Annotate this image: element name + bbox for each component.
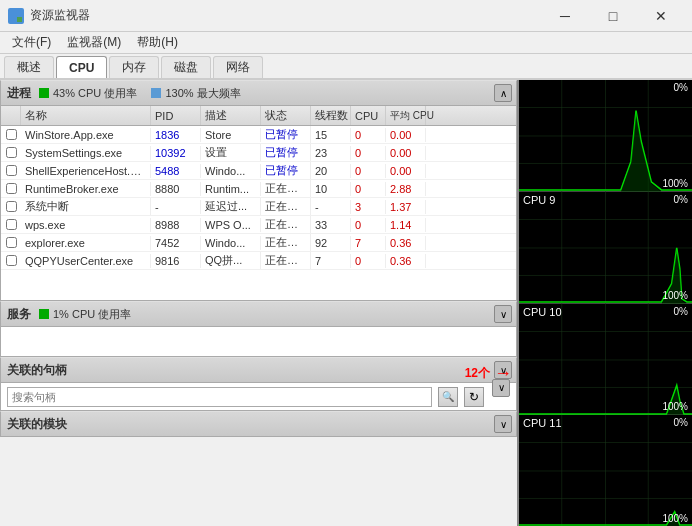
table-row[interactable]: 系统中断 - 延迟过... 正在运行 - 3 1.37 [1,198,516,216]
right-panel: 0% 100% CPU 9 0% [517,80,692,526]
row-pid-0: 1836 [151,128,201,142]
cpu-graph-canvas-3: CPU 11 0% 100% [519,415,692,526]
tab-network[interactable]: 网络 [213,56,263,78]
services-cpu-info: 1% CPU 使用率 [39,307,131,322]
row-checkbox-7[interactable] [1,255,21,266]
row-checkbox-2[interactable] [1,165,21,176]
row-checkbox-1[interactable] [1,147,21,158]
row-threads-5: 33 [311,218,351,232]
row-status-2: 已暂停 [261,162,311,179]
handles-section: 关联的句柄 ∨ 🔍 ↻ ∨ [0,357,517,411]
table-row[interactable]: WinStore.App.exe 1836 Store 已暂停 15 0 0.0… [1,126,516,144]
process-section-header: 进程 43% CPU 使用率 130% 最大频率 ∧ [0,80,517,106]
col-header-avg[interactable]: 平均 CPU [386,106,426,125]
row-status-1: 已暂停 [261,144,311,161]
menu-file[interactable]: 文件(F) [4,32,59,53]
modules-collapse-btn[interactable]: ∨ [494,415,512,433]
close-button[interactable]: ✕ [638,0,684,32]
col-header-name[interactable]: 名称 [21,106,151,125]
tab-memory[interactable]: 内存 [109,56,159,78]
table-row[interactable]: QQPYUserCenter.exe 9816 QQ拼... 正在运行 7 0 … [1,252,516,270]
row-name-0: WinStore.App.exe [21,128,151,142]
title-bar: 资源监视器 ─ □ ✕ [0,0,692,32]
row-status-6: 正在运行 [261,234,311,251]
modules-title: 关联的模块 [7,416,67,433]
tab-disk[interactable]: 磁盘 [161,56,211,78]
svg-rect-2 [10,17,15,22]
row-avg-0: 0.00 [386,128,426,142]
row-name-3: RuntimeBroker.exe [21,182,151,196]
col-header-pid[interactable]: PID [151,106,201,125]
services-collapse-btn[interactable]: ∨ [494,305,512,323]
row-pid-3: 8880 [151,182,201,196]
maximize-button[interactable]: □ [590,0,636,32]
row-checkbox-4[interactable] [1,201,21,212]
handles-refresh-button[interactable]: ↻ [464,387,484,407]
max-freq-text: 130% 最大频率 [165,86,240,101]
row-avg-6: 0.36 [386,236,426,250]
cpu-graph-2: CPU 10 0% 100% [519,304,692,416]
col-header-status[interactable]: 状态 [261,106,311,125]
table-row[interactable]: RuntimeBroker.exe 8880 Runtim... 正在运行 10… [1,180,516,198]
row-checkbox-3[interactable] [1,183,21,194]
row-checkbox-0[interactable] [1,129,21,140]
tab-cpu[interactable]: CPU [56,56,107,78]
annotation-text: 12个 [465,365,490,382]
services-section: 服务 1% CPU 使用率 ∨ [0,301,517,357]
table-row[interactable]: ShellExperienceHost.exe 5488 Windo... 已暂… [1,162,516,180]
svg-rect-3 [17,17,22,22]
tab-overview[interactable]: 概述 [4,56,54,78]
row-desc-3: Runtim... [201,182,261,196]
row-desc-0: Store [201,128,261,142]
handles-section-header: 关联的句柄 ∨ [0,357,517,383]
table-row[interactable]: SystemSettings.exe 10392 设置 已暂停 23 0 0.0… [1,144,516,162]
col-header-threads[interactable]: 线程数 [311,106,351,125]
services-cpu-usage: 1% CPU 使用率 [53,307,131,322]
process-collapse-btn[interactable]: ∧ [494,84,512,102]
process-table[interactable]: 名称 PID 描述 状态 线程数 CPU 平均 CPU WinStore.App… [0,106,517,301]
minimize-button[interactable]: ─ [542,0,588,32]
row-cpu-6: 7 [351,236,386,250]
col-header-cpu[interactable]: CPU [351,106,386,125]
handles-content: 🔍 ↻ ∨ [0,383,517,411]
row-cpu-0: 0 [351,128,386,142]
row-avg-7: 0.36 [386,254,426,268]
handles-search-button[interactable]: 🔍 [438,387,458,407]
row-cpu-5: 0 [351,218,386,232]
menu-help[interactable]: 帮助(H) [129,32,186,53]
left-panel: 进程 43% CPU 使用率 130% 最大频率 ∧ 名称 PID 描述 状态 [0,80,517,526]
cpu-3-pct-top: 0% [674,417,688,428]
row-pid-6: 7452 [151,236,201,250]
row-avg-4: 1.37 [386,200,426,214]
svg-rect-1 [17,10,22,15]
cpu-0-grid [519,80,692,192]
services-title: 服务 [7,306,31,323]
handles-search-input[interactable] [7,387,432,407]
cpu-1-pct-top: 0% [674,194,688,205]
menu-bar: 文件(F) 监视器(M) 帮助(H) [0,32,692,54]
col-header-check[interactable] [1,106,21,125]
services-cpu-indicator [39,309,49,319]
menu-monitor[interactable]: 监视器(M) [59,32,129,53]
cpu-3-label: CPU 11 [523,417,562,429]
cpu-usage-text: 43% CPU 使用率 [53,86,137,101]
cpu-3-grid [519,415,692,526]
svg-rect-0 [10,10,15,15]
cpu-graph-0: 0% 100% [519,80,692,192]
cpu-graph-canvas-2: CPU 10 0% 100% [519,304,692,415]
col-header-desc[interactable]: 描述 [201,106,261,125]
modules-section-header: 关联的模块 ∨ [0,411,517,437]
row-desc-6: Windo... [201,236,261,250]
cpu-graph-canvas-0: 0% 100% [519,80,692,191]
services-section-header: 服务 1% CPU 使用率 ∨ [0,301,517,327]
row-threads-7: 7 [311,254,351,268]
cpu-indicator [39,88,49,98]
table-row[interactable]: wps.exe 8988 WPS O... 正在运行 33 0 1.14 [1,216,516,234]
table-row[interactable]: explorer.exe 7452 Windo... 正在运行 92 7 0.3… [1,234,516,252]
row-desc-5: WPS O... [201,218,261,232]
process-cpu-info: 43% CPU 使用率 130% 最大频率 [39,86,241,101]
row-checkbox-5[interactable] [1,219,21,230]
annotation-arrow: → [494,363,512,384]
cpu-2-pct-top: 0% [674,306,688,317]
row-checkbox-6[interactable] [1,237,21,248]
